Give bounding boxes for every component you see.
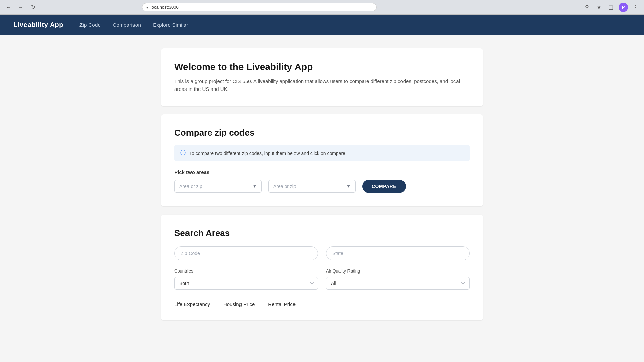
nav-link-comparison[interactable]: Comparison <box>113 22 141 28</box>
dropdown1-arrow: ▼ <box>253 184 257 189</box>
state-wrapper <box>326 246 470 260</box>
compare-button[interactable]: COMPARE <box>362 180 406 193</box>
metric-life-expectancy: Life Expectancy <box>174 301 210 307</box>
dropdown2-arrow: ▼ <box>346 184 351 189</box>
compare-inputs: Area or zip ▼ Area or zip ▼ COMPARE <box>174 180 470 193</box>
dropdown2-text: Area or zip <box>273 184 296 189</box>
pick-areas-label: Pick two areas <box>174 169 470 175</box>
countries-select[interactable]: Both US UK <box>174 277 318 290</box>
browser-chrome: ← → ↻ ● localhost:3000 ⚲ ★ ◫ P ⋮ <box>0 0 644 15</box>
main-content: Welcome to the Liveability App This is a… <box>154 35 490 342</box>
browser-actions: ⚲ ★ ◫ P ⋮ <box>582 3 640 12</box>
bookmark-icon-btn[interactable]: ★ <box>594 3 604 12</box>
metric-housing-price: Housing Price <box>223 301 255 307</box>
info-text: To compare two different zip codes, inpu… <box>189 150 347 156</box>
info-icon: ⓘ <box>180 149 186 157</box>
search-card: Search Areas Countries Both US UK Air Qu… <box>161 215 483 320</box>
zipcode-wrapper <box>174 246 318 260</box>
air-quality-group: Air Quality Rating All Good Moderate Unh… <box>326 268 470 290</box>
metric-rental-price: Rental Price <box>268 301 296 307</box>
app-navbar: Liveability App Zip Code Comparison Expl… <box>0 15 644 35</box>
nav-link-explore[interactable]: Explore Similar <box>153 22 188 28</box>
welcome-card: Welcome to the Liveability App This is a… <box>161 48 483 106</box>
lock-icon: ● <box>146 5 149 10</box>
profile-avatar[interactable]: P <box>619 3 628 12</box>
search-icon-btn[interactable]: ⚲ <box>582 3 592 12</box>
metrics-row: Life Expectancy Housing Price Rental Pri… <box>174 298 470 307</box>
dropdown1-text: Area or zip <box>179 184 202 189</box>
page-title: Welcome to the Liveability App <box>174 62 470 72</box>
forward-button[interactable]: → <box>16 3 25 12</box>
countries-label: Countries <box>174 268 318 274</box>
reload-button[interactable]: ↻ <box>28 3 38 12</box>
countries-group: Countries Both US UK <box>174 268 318 290</box>
filter-row: Countries Both US UK Air Quality Rating … <box>174 268 470 290</box>
air-quality-label: Air Quality Rating <box>326 268 470 274</box>
nav-link-zipcode[interactable]: Zip Code <box>79 22 101 28</box>
menu-icon-btn[interactable]: ⋮ <box>631 3 640 12</box>
extensions-icon-btn[interactable]: ◫ <box>606 3 616 12</box>
app-logo: Liveability App <box>13 21 63 29</box>
compare-title: Compare zip codes <box>174 128 470 138</box>
address-bar[interactable]: ● localhost:3000 <box>142 3 377 11</box>
area-dropdown-2[interactable]: Area or zip ▼ <box>268 180 356 193</box>
nav-links: Zip Code Comparison Explore Similar <box>79 22 189 28</box>
back-button[interactable]: ← <box>4 3 13 12</box>
info-banner: ⓘ To compare two different zip codes, in… <box>174 145 470 161</box>
air-quality-select[interactable]: All Good Moderate Unhealthy <box>326 277 470 290</box>
search-row <box>174 246 470 260</box>
page-subtitle: This is a group project for CIS 550. A l… <box>174 78 470 93</box>
url-text: localhost:3000 <box>151 5 372 10</box>
area-dropdown-1[interactable]: Area or zip ▼ <box>174 180 262 193</box>
compare-card: Compare zip codes ⓘ To compare two diffe… <box>161 114 483 206</box>
state-input[interactable] <box>326 246 470 260</box>
search-title: Search Areas <box>174 228 470 238</box>
zipcode-input[interactable] <box>174 246 318 260</box>
